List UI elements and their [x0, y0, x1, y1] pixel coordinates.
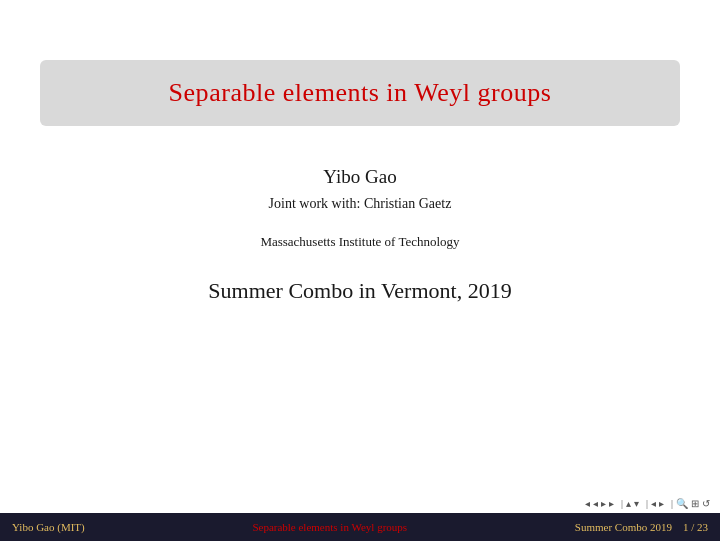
slide: Separable elements in Weyl groups Yibo G… [0, 0, 720, 541]
refresh-icon[interactable]: ↺ [702, 498, 710, 509]
institution: Massachusetts Institute of Technology [260, 234, 459, 250]
nav-right-arrow2-icon[interactable]: ▸ [609, 498, 614, 509]
nav-prev-section-icon[interactable]: ◂ [651, 498, 656, 509]
joint-work: Joint work with: Christian Gaetz [269, 196, 452, 212]
footer-author: Yibo Gao (MIT) [0, 521, 97, 533]
nav-down-icon[interactable]: ▾ [634, 498, 639, 509]
footer-bar: Yibo Gao (MIT) Separable elements in Wey… [0, 513, 720, 541]
nav-up-icon[interactable]: ▴ [626, 498, 631, 509]
footer-conference: Summer Combo 2019 1 / 23 [563, 521, 720, 533]
title-box: Separable elements in Weyl groups [40, 60, 680, 126]
footer-title[interactable]: Separable elements in Weyl groups [97, 521, 563, 533]
nav-left-arrow-icon[interactable]: ◂ [585, 498, 590, 509]
author-name: Yibo Gao [323, 166, 396, 188]
slide-title: Separable elements in Weyl groups [169, 78, 552, 107]
footer-page-number: 1 / 23 [683, 521, 708, 533]
nav-next-section-icon[interactable]: ▸ [659, 498, 664, 509]
conference: Summer Combo in Vermont, 2019 [208, 278, 511, 304]
nav-right-arrow-icon[interactable]: ▸ [601, 498, 606, 509]
bookmark-icon[interactable]: ⊞ [691, 498, 699, 509]
search-icon[interactable]: 🔍 [676, 498, 688, 509]
footer-conference-name: Summer Combo 2019 [575, 521, 672, 533]
nav-left-arrow2-icon[interactable]: ◂ [593, 498, 598, 509]
content-area: Yibo Gao Joint work with: Christian Gaet… [208, 126, 511, 541]
